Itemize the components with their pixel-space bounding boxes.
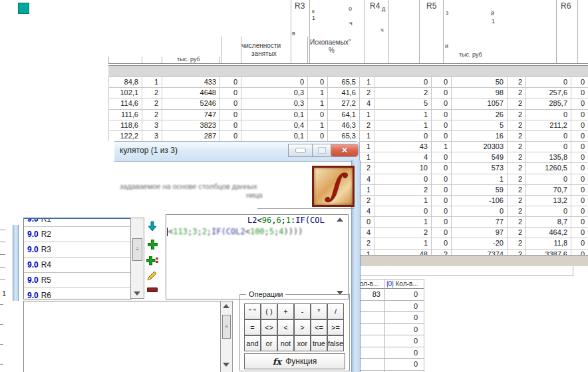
- table-cell[interactable]: 257,6: [525, 89, 567, 96]
- table-cell[interactable]: 4: [359, 228, 370, 236]
- table-cell[interactable]: 0: [431, 207, 448, 215]
- table-cell[interactable]: 0: [431, 228, 448, 236]
- op-button->=[interactable]: >=: [327, 319, 344, 335]
- table-cell[interactable]: 0: [571, 78, 585, 86]
- table-cell[interactable]: 2: [507, 99, 522, 107]
- table-cell[interactable]: 0: [220, 99, 237, 107]
- move-down-icon[interactable]: [147, 221, 158, 232]
- table-cell[interactable]: 102,1: [108, 89, 138, 96]
- op-button-true[interactable]: true: [311, 335, 327, 351]
- table-cell[interactable]: 0: [525, 78, 567, 86]
- table-cell[interactable]: 549: [451, 153, 504, 161]
- table-cell[interactable]: 118,6: [108, 121, 138, 129]
- results-cell[interactable]: 83: [359, 290, 380, 298]
- table-cell[interactable]: 2: [507, 164, 522, 172]
- table-cell[interactable]: 4: [359, 175, 370, 183]
- table-cell[interactable]: 0: [571, 99, 585, 107]
- table-cell[interactable]: 747: [162, 110, 216, 118]
- op-button-<[interactable]: <: [277, 319, 294, 335]
- table-cell[interactable]: 2: [142, 89, 158, 96]
- table-cell[interactable]: 0: [431, 196, 448, 204]
- table-cell[interactable]: -20: [451, 239, 504, 247]
- table-cell[interactable]: 4: [359, 99, 370, 107]
- table-cell[interactable]: 2: [359, 89, 370, 96]
- table-cell[interactable]: 135,8: [525, 153, 567, 161]
- table-cell[interactable]: 84,8: [108, 78, 138, 86]
- table-cell[interactable]: 0: [220, 110, 237, 118]
- table-cell[interactable]: 0: [571, 132, 585, 140]
- op-button-+[interactable]: +: [277, 303, 294, 319]
- table-cell[interactable]: 8,7: [525, 218, 567, 226]
- table-cell[interactable]: 2: [507, 89, 522, 96]
- table-cell[interactable]: 2: [507, 218, 522, 226]
- table-cell[interactable]: 0: [571, 89, 585, 96]
- results-cell[interactable]: 0: [384, 360, 418, 368]
- scrollbar-up-icon[interactable]: [223, 304, 229, 308]
- table-cell[interactable]: 0: [571, 153, 585, 161]
- op-button-or[interactable]: or: [261, 335, 277, 351]
- table-cell[interactable]: 5246: [162, 99, 216, 107]
- table-cell[interactable]: 1: [359, 186, 370, 194]
- lower-panel-scrollbar[interactable]: ≡: [220, 301, 233, 372]
- table-cell[interactable]: 2: [507, 207, 522, 215]
- delete-icon[interactable]: [147, 287, 158, 292]
- table-cell[interactable]: 0: [431, 121, 448, 129]
- table-cell[interactable]: 0,4: [241, 121, 304, 129]
- op-button-xor[interactable]: xor: [294, 335, 311, 351]
- table-cell[interactable]: 20303: [451, 142, 504, 150]
- table-cell[interactable]: 573: [451, 164, 504, 172]
- table-cell[interactable]: 0: [571, 196, 585, 204]
- table-cell[interactable]: 0: [307, 132, 324, 140]
- results-cell[interactable]: 0: [384, 337, 418, 345]
- function-button[interactable]: fx Функция: [244, 353, 345, 369]
- close-button[interactable]: ✕: [331, 144, 359, 157]
- table-cell[interactable]: 1: [374, 121, 428, 129]
- table-cell[interactable]: 2: [374, 228, 428, 236]
- table-cell[interactable]: 1: [359, 153, 370, 161]
- table-cell[interactable]: 0,1: [241, 132, 304, 140]
- op-button-=[interactable]: =: [244, 319, 261, 335]
- table-cell[interactable]: 0: [451, 207, 504, 215]
- scroll-up-icon[interactable]: [337, 218, 343, 222]
- table-cell[interactable]: 0,3: [241, 89, 304, 96]
- table-cell[interactable]: 98: [451, 89, 504, 96]
- table-cell[interactable]: 2: [507, 78, 522, 86]
- op-button-/[interactable]: /: [327, 303, 344, 319]
- table-cell[interactable]: 0: [571, 218, 585, 226]
- table-cell[interactable]: 26: [451, 110, 504, 118]
- table-cell[interactable]: 0: [431, 99, 448, 107]
- table-cell[interactable]: 16: [451, 132, 504, 140]
- results-cell[interactable]: 0: [384, 349, 418, 357]
- table-cell[interactable]: 0: [431, 239, 448, 247]
- op-button--[interactable]: -: [294, 303, 311, 319]
- table-cell[interactable]: 70,7: [525, 186, 567, 194]
- table-cell[interactable]: 2: [507, 132, 522, 140]
- op-button-not[interactable]: not: [277, 335, 294, 351]
- table-cell[interactable]: 46,3: [327, 121, 356, 129]
- table-cell[interactable]: 0: [307, 78, 324, 86]
- table-cell[interactable]: 0: [571, 228, 585, 236]
- table-cell[interactable]: 0: [525, 132, 567, 140]
- table-cell[interactable]: 114,6: [108, 99, 138, 107]
- op-button-<=[interactable]: <=: [311, 319, 327, 335]
- table-cell[interactable]: 2: [359, 121, 370, 129]
- table-cell[interactable]: 64,1: [327, 110, 356, 118]
- table-cell[interactable]: 0: [431, 153, 448, 161]
- table-cell[interactable]: 3823: [162, 121, 216, 129]
- table-cell[interactable]: 433: [162, 78, 216, 86]
- table-cell[interactable]: -106: [451, 196, 504, 204]
- table-cell[interactable]: 2: [142, 99, 158, 107]
- table-cell[interactable]: 1: [431, 142, 448, 150]
- table-cell[interactable]: 1: [451, 175, 504, 183]
- table-cell[interactable]: 10: [374, 164, 428, 172]
- dialog-titlebar[interactable]: кулятор (1 из 3) ✕: [114, 141, 360, 162]
- table-cell[interactable]: 2: [507, 121, 522, 129]
- results-cell[interactable]: 0: [384, 290, 418, 298]
- results-col1-header[interactable]: ол-в...: [360, 280, 382, 287]
- table-cell[interactable]: 0: [571, 164, 585, 172]
- table-cell[interactable]: 0: [220, 89, 237, 96]
- table-cell[interactable]: 41,6: [327, 89, 356, 96]
- table-cell[interactable]: 0: [431, 218, 448, 226]
- table-cell[interactable]: 1: [374, 218, 428, 226]
- minimize-button[interactable]: [288, 144, 313, 157]
